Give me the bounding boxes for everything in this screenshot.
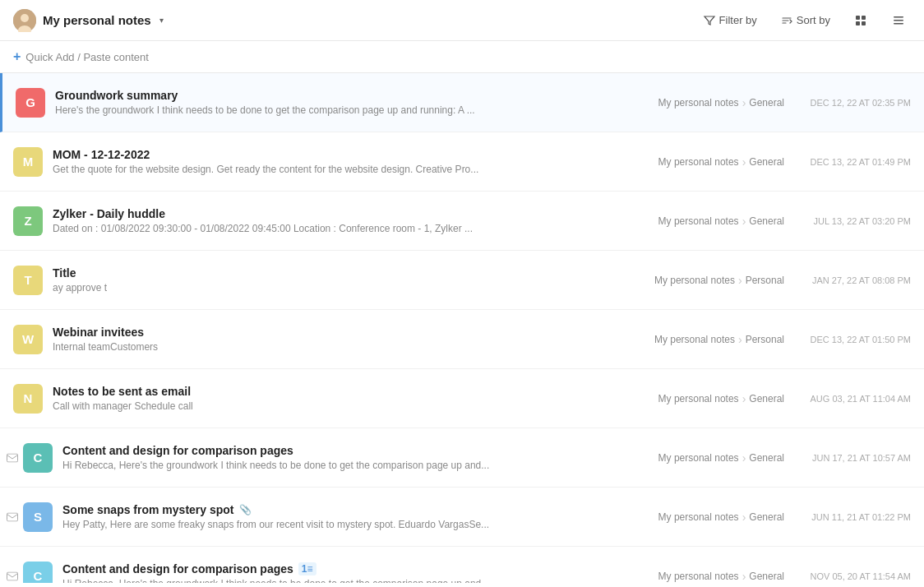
header: My personal notes ▾ Filter by Sort by [0, 0, 924, 41]
workspace-chevron-icon[interactable]: ▾ [159, 16, 164, 25]
note-avatar: S [23, 502, 53, 532]
note-item[interactable]: T Title ay approve t My personal notes ›… [0, 251, 924, 310]
note-tag: Personal [746, 334, 784, 345]
svg-rect-9 [894, 23, 903, 25]
note-item[interactable]: G Groundwork summary Here's the groundwo… [0, 73, 924, 132]
note-notebook: My personal notes [658, 511, 739, 523]
note-tag: General [749, 156, 784, 168]
note-tag: General [749, 452, 784, 464]
note-snippet: Call with manager Schedule call [53, 400, 505, 412]
email-indicator-icon [7, 512, 18, 521]
meta-separator: › [742, 215, 746, 228]
note-title: Content and design for comparison pages [62, 444, 639, 457]
meta-separator: › [742, 155, 746, 169]
note-content: Content and design for comparison pages1… [62, 562, 639, 583]
grid-view-button[interactable] [848, 8, 873, 33]
note-date: JUN 11, 21 AT 01:22 PM [804, 512, 911, 522]
filter-label: Filter by [719, 14, 757, 26]
note-notebook: My personal notes [654, 334, 735, 345]
svg-rect-7 [894, 16, 903, 18]
note-avatar: M [13, 147, 43, 177]
note-content: Some snaps from mystery spot📎 Hey Patty,… [62, 503, 639, 530]
note-snippet: Hey Patty, Here are some freaky snaps fr… [62, 519, 515, 530]
note-notebook: My personal notes [658, 156, 739, 168]
note-notebook: My personal notes [658, 571, 739, 582]
note-item[interactable]: Z Zylker - Daily huddle Dated on : 01/08… [0, 192, 924, 251]
note-snippet: Internal teamCustomers [53, 341, 505, 353]
filter-button[interactable]: Filter by [698, 11, 762, 30]
svg-rect-4 [862, 16, 866, 20]
note-snippet: Dated on : 01/08/2022 09:30:00 - 01/08/2… [53, 223, 505, 234]
sort-button[interactable]: Sort by [775, 11, 835, 30]
meta-separator: › [742, 570, 746, 583]
quick-add-label: Quick Add / Paste content [25, 51, 149, 63]
note-meta: My personal notes › General [658, 451, 784, 465]
note-avatar: N [13, 384, 43, 414]
note-date: JUN 17, 21 AT 10:57 AM [804, 453, 911, 463]
note-date: JAN 27, 22 AT 08:08 PM [804, 275, 911, 285]
svg-rect-11 [7, 513, 18, 521]
header-right: Filter by Sort by [698, 8, 911, 33]
note-meta: My personal notes › Personal [654, 274, 784, 287]
note-avatar: C [23, 562, 53, 584]
avatar [13, 9, 36, 32]
note-snippet: Get the quote for the website design. Ge… [53, 164, 505, 175]
note-content: Content and design for comparison pages … [62, 444, 639, 471]
note-content: Title ay approve t [53, 266, 635, 294]
note-notebook: My personal notes [658, 215, 739, 227]
note-meta: My personal notes › General [658, 96, 784, 109]
note-date: AUG 03, 21 AT 11:04 AM [804, 394, 911, 404]
note-snippet: Here's the groundwork I think needs to b… [55, 104, 507, 116]
meta-separator: › [742, 451, 746, 465]
note-item[interactable]: N Notes to be sent as email Call with ma… [0, 369, 924, 428]
note-tag: General [749, 393, 784, 404]
workspace-title[interactable]: My personal notes [43, 13, 151, 27]
meta-separator: › [742, 392, 746, 405]
note-meta: My personal notes › General [658, 392, 784, 405]
note-item[interactable]: M MOM - 12-12-2022 Get the quote for the… [0, 132, 924, 192]
note-content: Webinar invitees Internal teamCustomers [53, 326, 635, 353]
note-item[interactable]: W Webinar invitees Internal teamCustomer… [0, 310, 924, 369]
note-snippet: Hi Rebecca, Here's the groundwork I thin… [62, 460, 515, 471]
svg-rect-10 [7, 454, 18, 462]
note-tag: General [749, 511, 784, 523]
note-tag: General [749, 215, 784, 227]
note-title: Some snaps from mystery spot📎 [62, 503, 639, 516]
note-item[interactable]: C Content and design for comparison page… [0, 547, 924, 583]
note-avatar: G [16, 88, 45, 118]
note-content: MOM - 12-12-2022 Get the quote for the w… [53, 148, 639, 175]
note-meta: My personal notes › General [658, 570, 784, 583]
note-item[interactable]: C Content and design for comparison page… [0, 428, 924, 488]
note-date: DEC 12, 22 AT 02:35 PM [804, 98, 911, 108]
note-date: DEC 13, 22 AT 01:50 PM [804, 335, 911, 344]
svg-rect-5 [856, 21, 860, 25]
note-content: Zylker - Daily huddle Dated on : 01/08/2… [53, 207, 639, 234]
note-content: Notes to be sent as email Call with mana… [53, 385, 639, 412]
note-tag: Personal [746, 275, 784, 286]
note-tag: General [749, 571, 784, 582]
note-notebook: My personal notes [658, 97, 739, 109]
svg-rect-6 [862, 21, 866, 25]
grid-icon [854, 14, 867, 27]
note-title: Webinar invitees [53, 326, 635, 339]
list-view-button[interactable] [886, 8, 911, 33]
svg-point-1 [21, 14, 29, 22]
note-title: Groundwork summary [55, 89, 639, 102]
meta-separator: › [742, 96, 746, 109]
menu-icon [892, 14, 905, 27]
meta-separator: › [738, 333, 742, 346]
sort-icon [780, 14, 793, 27]
svg-rect-3 [856, 16, 860, 20]
note-date: DEC 13, 22 AT 01:49 PM [804, 157, 911, 167]
email-indicator-icon [7, 571, 18, 580]
email-indicator-icon [7, 453, 18, 462]
note-meta: My personal notes › Personal [654, 333, 784, 346]
note-meta: My personal notes › General [658, 215, 784, 228]
quick-add-bar[interactable]: + Quick Add / Paste content [0, 41, 924, 73]
note-title: Content and design for comparison pages1… [62, 562, 639, 575]
notes-list: G Groundwork summary Here's the groundwo… [0, 73, 924, 583]
note-snippet: ay approve t [53, 282, 505, 294]
meta-separator: › [742, 511, 746, 524]
note-notebook: My personal notes [654, 275, 735, 286]
note-item[interactable]: S Some snaps from mystery spot📎 Hey Patt… [0, 488, 924, 547]
